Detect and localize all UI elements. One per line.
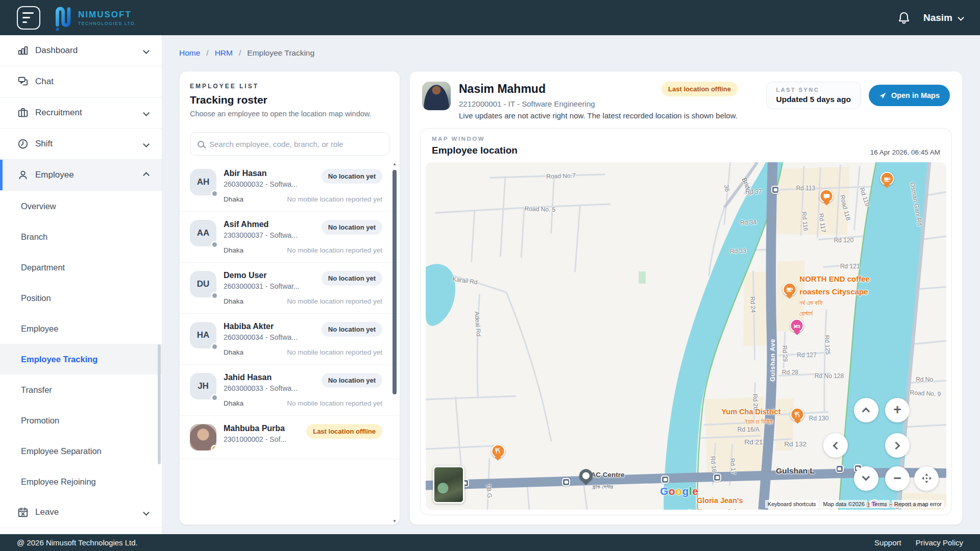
scroll-down-icon[interactable]: ▼ bbox=[392, 519, 397, 523]
google-map[interactable]: Road No.7Road No. 5Bridge36Rd 37Rd 113Rd… bbox=[426, 162, 946, 510]
sidebar-item-chat[interactable]: Chat bbox=[0, 66, 162, 97]
user-menu[interactable]: Nasim bbox=[923, 12, 963, 23]
sidebar-subitem-branch[interactable]: Branch bbox=[0, 221, 162, 252]
pan-up-button[interactable] bbox=[854, 398, 878, 422]
open-in-maps-button[interactable]: Open in Maps bbox=[869, 85, 950, 106]
pan-right-button[interactable] bbox=[885, 433, 910, 458]
scrollbar-thumb[interactable] bbox=[393, 170, 397, 394]
sidebar-item-leave[interactable]: Leave bbox=[0, 497, 162, 528]
location-badge: No location yet bbox=[322, 220, 382, 235]
employee-name: Habiba Akter bbox=[224, 322, 298, 331]
breadcrumb-link-hrm[interactable]: HRM bbox=[215, 48, 233, 58]
chevron-down-icon bbox=[958, 14, 964, 21]
breadcrumb-link-home[interactable]: Home bbox=[179, 48, 200, 58]
brand-name: NIMUSOFT bbox=[78, 10, 137, 20]
minimap-satellite-toggle[interactable] bbox=[433, 466, 464, 504]
food-poi-icon[interactable] bbox=[791, 408, 804, 421]
status-dot bbox=[211, 394, 218, 402]
employee-row-habiba-akter[interactable]: HAHabiba Akter2603000034 - Softwa...No l… bbox=[180, 314, 400, 365]
employee-city: Dhaka bbox=[224, 297, 243, 305]
briefcase-icon bbox=[17, 107, 29, 119]
employee-list: AHAbir Hasan2603000032 - Softwa...No loc… bbox=[180, 161, 400, 524]
clock-icon bbox=[17, 138, 29, 150]
employee-city: Dhaka bbox=[224, 246, 243, 254]
coffee-poi-icon[interactable] bbox=[782, 283, 796, 296]
sidebar-subitem-position[interactable]: Position bbox=[0, 283, 162, 313]
employee-name: Jahid Hasan bbox=[224, 373, 298, 382]
employee-row-demo-user[interactable]: DUDemo User2603000031 - Softwar...No loc… bbox=[180, 263, 400, 314]
list-scrollbar[interactable]: ▲ ▼ bbox=[392, 162, 397, 523]
chat-icon bbox=[17, 76, 29, 88]
navigation-arrow-icon bbox=[879, 92, 887, 99]
employee-avatar: JH bbox=[190, 373, 216, 399]
pan-down-button[interactable] bbox=[854, 466, 878, 491]
notifications-bell-icon[interactable] bbox=[898, 11, 910, 24]
chevron-up-icon bbox=[143, 172, 150, 179]
employee-name: Asif Ahmed bbox=[224, 220, 298, 229]
scroll-up-icon[interactable]: ▲ bbox=[392, 162, 397, 166]
sidebar: DashboardChatRecruitmentShiftEmployeeOve… bbox=[0, 35, 162, 534]
sidebar-subitem-employee-separation[interactable]: Employee Separation bbox=[0, 436, 162, 466]
bus-stop-icon[interactable] bbox=[771, 186, 779, 194]
attribution-keyboard-shortcuts[interactable]: Keyboard shortcuts bbox=[765, 500, 819, 508]
chat-poi-icon[interactable] bbox=[820, 189, 834, 203]
chevron-down-icon bbox=[143, 110, 150, 116]
sidebar-subitem-department[interactable]: Department bbox=[0, 252, 162, 283]
footer-link-support[interactable]: Support bbox=[874, 538, 901, 547]
bus-stop-icon[interactable] bbox=[661, 475, 669, 484]
employee-row-mahbuba-purba[interactable]: Mahbuba Purba2301000002 - Sof...Last loc… bbox=[180, 416, 400, 459]
sidebar-scrollbar[interactable] bbox=[158, 344, 161, 464]
breadcrumb-current: Employee Tracking bbox=[247, 48, 314, 58]
pan-left-button[interactable] bbox=[823, 433, 848, 458]
attribution-map-data-2026[interactable]: Map data ©2026 bbox=[821, 500, 868, 508]
sidebar-subitem-employee[interactable]: Employee bbox=[0, 313, 162, 344]
status-dot bbox=[211, 292, 218, 299]
sidebar-item-recruitment[interactable]: Recruitment bbox=[0, 97, 162, 129]
sidebar-subitem-employee-tracking[interactable]: Employee Tracking bbox=[0, 344, 162, 374]
coffee-poi-icon[interactable] bbox=[880, 172, 894, 186]
location-note: No mobile location reported yet bbox=[287, 297, 382, 305]
sidebar-item-label: Dashboard bbox=[35, 45, 78, 56]
employee-avatar bbox=[190, 424, 216, 450]
search-input[interactable] bbox=[209, 140, 382, 148]
employee-row-jahid-hasan[interactable]: JHJahid Hasan2603000033 - Softwa...No lo… bbox=[180, 365, 400, 416]
bus-stop-icon[interactable] bbox=[713, 473, 721, 482]
hamburger-menu-icon[interactable] bbox=[17, 6, 40, 30]
sidebar-item-employee[interactable]: Employee bbox=[0, 160, 162, 191]
chev-down-icon bbox=[862, 473, 870, 481]
pan-move-button[interactable] bbox=[914, 466, 939, 491]
bus-stop-icon[interactable] bbox=[836, 465, 844, 473]
sidebar-subitem-employee-rejoining[interactable]: Employee Rejoining bbox=[0, 466, 162, 497]
bus-stop-icon[interactable] bbox=[562, 478, 570, 486]
place-pin-icon[interactable] bbox=[579, 469, 593, 482]
food-poi-icon[interactable] bbox=[491, 444, 505, 458]
sidebar-subitem-promotion[interactable]: Promotion bbox=[0, 405, 162, 436]
employee-row-abir-hasan[interactable]: AHAbir Hasan2603000032 - Softwa...No loc… bbox=[180, 161, 400, 212]
map-window-eyebrow: MAP WINDOW bbox=[432, 136, 518, 142]
sidebar-item-dashboard[interactable]: Dashboard bbox=[0, 35, 162, 66]
employee-meta: 2212000001 - IT - Software Engineering bbox=[459, 99, 738, 108]
sidebar-subitem-transfer[interactable]: Transfer bbox=[0, 374, 162, 405]
user-name: Nasim bbox=[923, 12, 952, 23]
copyright-text: @ 2026 Nimusoft Technologies Ltd. bbox=[17, 538, 138, 547]
zoom-out-button[interactable]: − bbox=[885, 466, 910, 491]
footer-link-privacy-policy[interactable]: Privacy Policy bbox=[916, 538, 963, 547]
employee-search[interactable] bbox=[190, 132, 389, 156]
status-badge: Last location offline bbox=[662, 82, 738, 96]
hotel-poi-icon[interactable] bbox=[790, 319, 804, 333]
employee-code: 2603000033 - Softwa... bbox=[224, 384, 298, 392]
sidebar-item-label: Shift bbox=[35, 139, 53, 149]
employee-code: 2603000031 - Softwar... bbox=[224, 282, 300, 290]
sidebar-item-shift[interactable]: Shift bbox=[0, 129, 162, 160]
employee-avatar bbox=[422, 82, 451, 110]
attribution-terms[interactable]: Terms bbox=[869, 500, 890, 508]
sidebar-subitem-overview[interactable]: Overview bbox=[0, 191, 162, 221]
attribution-report-a-map-error[interactable]: Report a map error bbox=[892, 500, 944, 508]
chev-right-icon bbox=[892, 441, 900, 449]
employee-row-asif-ahmed[interactable]: AAAsif Ahmed2303000037 - Softwa...No loc… bbox=[180, 212, 400, 263]
location-note: No mobile location reported yet bbox=[287, 195, 382, 203]
employee-city: Dhaka bbox=[224, 399, 243, 407]
zoom-in-button[interactable]: + bbox=[885, 398, 910, 422]
brand-logo[interactable]: NIMUSOFT TECHNOLOGIES LTD. bbox=[52, 5, 137, 31]
employee-city: Dhaka bbox=[224, 195, 243, 203]
